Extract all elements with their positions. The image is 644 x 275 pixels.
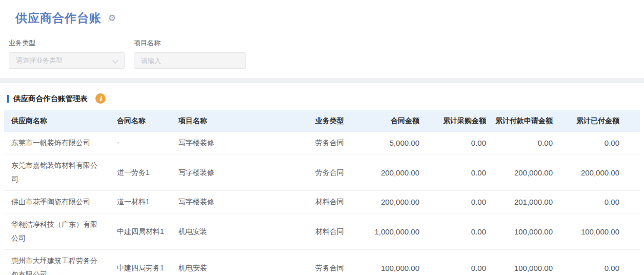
table-section: 供应商合作台账管理表 i 供应商名称 合同名称 项目名称 业务类型 合同金额 累… bbox=[0, 83, 644, 275]
table-cell: 200,000.00 bbox=[370, 154, 427, 191]
header-section: 供应商合作台账 ⚙ 业务类型 请选择业务类型 项目名称 bbox=[0, 0, 644, 78]
table-row: 惠州市大坪建筑工程劳务分包有限公司中建四局劳务1机电安装劳务合同100,000.… bbox=[4, 250, 640, 275]
column-header-payment-request-total: 累计付款申请金额 bbox=[493, 110, 560, 132]
column-header-contract: 合同名称 bbox=[117, 110, 178, 132]
table-cell: 0.00 bbox=[427, 154, 493, 191]
table-cell: 劳务合同 bbox=[308, 154, 370, 191]
settings-gear-icon[interactable]: ⚙ bbox=[108, 14, 116, 23]
table-cell: 机电安装 bbox=[178, 213, 308, 250]
table-cell: 中建四局材料1 bbox=[117, 213, 178, 250]
table-cell: 5,000.00 bbox=[370, 132, 427, 154]
filter-bar: 业务类型 请选择业务类型 项目名称 bbox=[9, 38, 629, 69]
table-row: 佛山市花季陶瓷有限公司道一材料1写字楼装修材料合同200,000.000.002… bbox=[4, 191, 640, 213]
table-cell: 写字楼装修 bbox=[178, 154, 308, 191]
table-cell: 材料合同 bbox=[308, 191, 370, 213]
table-cell: 写字楼装修 bbox=[178, 132, 308, 154]
title-row: 供应商合作台账 ⚙ bbox=[15, 10, 629, 26]
supplier-ledger-table: 供应商名称 合同名称 项目名称 业务类型 合同金额 累计采购金额 累计付款申请金… bbox=[4, 110, 640, 275]
table-cell: 0.00 bbox=[427, 132, 493, 154]
table-cell: 0.00 bbox=[560, 132, 640, 154]
table-cell: 劳务合同 bbox=[308, 250, 370, 275]
business-type-placeholder: 请选择业务类型 bbox=[16, 56, 63, 65]
table-cell: 100,000.00 bbox=[493, 213, 560, 250]
column-header-purchase-total: 累计采购金额 bbox=[427, 110, 493, 132]
accent-bar bbox=[7, 95, 9, 103]
column-header-business-type: 业务类型 bbox=[308, 110, 370, 132]
table-cell: 华翱洁净科技（广东）有限公司 bbox=[4, 213, 117, 250]
business-type-label: 业务类型 bbox=[9, 38, 125, 48]
business-type-select[interactable]: 请选择业务类型 bbox=[9, 52, 125, 69]
table-cell: 写字楼装修 bbox=[178, 191, 308, 213]
table-cell: 100,000.00 bbox=[370, 250, 427, 275]
table-cell: 道一材料1 bbox=[117, 191, 178, 213]
column-header-project: 项目名称 bbox=[178, 110, 308, 132]
project-name-input[interactable] bbox=[134, 52, 246, 69]
table-cell: 200,000.00 bbox=[560, 154, 640, 191]
project-name-label: 项目名称 bbox=[134, 38, 246, 48]
table-row: 东莞市嘉铭装饰材料有限公司道一劳务1写字楼装修劳务合同200,000.000.0… bbox=[4, 154, 640, 191]
table-cell: 100,000.00 bbox=[560, 213, 640, 250]
table-cell: 东莞市嘉铭装饰材料有限公司 bbox=[4, 154, 117, 191]
table-cell: 201,000.00 bbox=[493, 191, 560, 213]
table-cell: 200,000.00 bbox=[493, 154, 560, 191]
table-cell: 100,000.00 bbox=[493, 250, 560, 275]
table-body: 东莞市一帆装饰有限公司-写字楼装修劳务合同5,000.000.000.000.0… bbox=[4, 132, 640, 275]
page-title: 供应商合作台账 bbox=[15, 10, 102, 26]
project-name-filter: 项目名称 bbox=[134, 38, 246, 69]
table-header-row: 供应商名称 合同名称 项目名称 业务类型 合同金额 累计采购金额 累计付款申请金… bbox=[4, 110, 640, 132]
section-divider bbox=[0, 78, 644, 83]
table-cell: 0.00 bbox=[560, 191, 640, 213]
table-cell: 0.00 bbox=[427, 213, 493, 250]
table-cell: 东莞市一帆装饰有限公司 bbox=[4, 132, 117, 154]
column-header-supplier: 供应商名称 bbox=[4, 110, 117, 132]
info-icon[interactable]: i bbox=[95, 93, 106, 104]
table-cell: 机电安装 bbox=[178, 250, 308, 275]
table-cell: 0.00 bbox=[427, 250, 493, 275]
table-cell: 佛山市花季陶瓷有限公司 bbox=[4, 191, 117, 213]
table-cell: 1,000,000.00 bbox=[370, 213, 427, 250]
table-cell: 200,000.00 bbox=[370, 191, 427, 213]
section-title: 供应商合作台账管理表 bbox=[13, 94, 88, 104]
table-cell: 0.00 bbox=[493, 132, 560, 154]
table-cell: 惠州市大坪建筑工程劳务分包有限公司 bbox=[4, 250, 117, 275]
table-cell: 中建四局劳务1 bbox=[117, 250, 178, 275]
column-header-contract-amount: 合同金额 bbox=[370, 110, 427, 132]
table-row: 东莞市一帆装饰有限公司-写字楼装修劳务合同5,000.000.000.000.0… bbox=[4, 132, 640, 154]
business-type-filter: 业务类型 请选择业务类型 bbox=[9, 38, 125, 69]
table-cell: - bbox=[117, 132, 178, 154]
table-cell: 劳务合同 bbox=[308, 132, 370, 154]
table-cell: 道一劳务1 bbox=[117, 154, 178, 191]
table-row: 华翱洁净科技（广东）有限公司中建四局材料1机电安装材料合同1,000,000.0… bbox=[4, 213, 640, 250]
column-header-paid-total: 累计已付金额 bbox=[560, 110, 640, 132]
table-cell: 0.00 bbox=[427, 191, 493, 213]
chevron-down-icon bbox=[112, 57, 118, 63]
page: 供应商合作台账 ⚙ 业务类型 请选择业务类型 项目名称 供应商合作台账管理表 i bbox=[0, 0, 644, 275]
table-cell: 材料合同 bbox=[308, 213, 370, 250]
section-header: 供应商合作台账管理表 i bbox=[7, 93, 644, 104]
table-cell: 0.00 bbox=[560, 250, 640, 275]
